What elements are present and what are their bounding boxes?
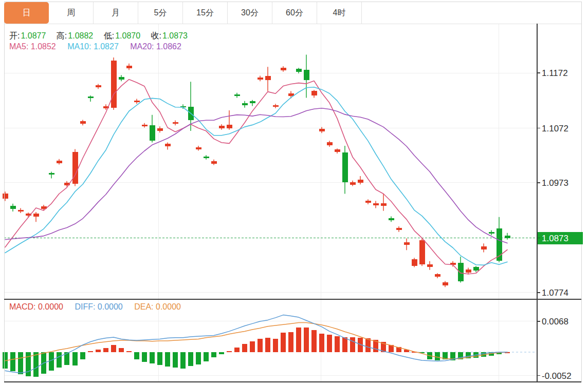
- macd-legend: MACD: 0.0000 DIFF: 0.0000 DEA: 0.0000: [9, 302, 190, 312]
- ohlc-legend: 开:1.0877 高:1.0882 低:1.0870 收:1.0873: [9, 31, 196, 41]
- svg-text:-0.0052: -0.0052: [542, 371, 572, 381]
- interval-tab-日[interactable]: 日: [4, 2, 49, 24]
- kline-chart-widget: 日周月5分15分30分60分4时 1.11721.10721.09731.077…: [0, 0, 588, 385]
- svg-text:1.0973: 1.0973: [542, 178, 568, 188]
- dea-readout: DEA: 0.0000: [134, 302, 181, 311]
- svg-text:1.1172: 1.1172: [542, 68, 568, 78]
- interval-tab-60分[interactable]: 60分: [272, 2, 317, 24]
- close-label: 收:: [151, 31, 161, 40]
- high-label: 高:: [57, 31, 67, 40]
- open-value: 1.0877: [21, 31, 46, 40]
- interval-tab-30分[interactable]: 30分: [228, 2, 272, 24]
- svg-text:1.0873: 1.0873: [542, 234, 568, 243]
- low-label: 低:: [104, 31, 114, 40]
- svg-text:1.0774: 1.0774: [542, 288, 568, 298]
- open-label: 开:: [9, 31, 20, 40]
- interval-tabs: 日周月5分15分30分60分4时: [4, 2, 362, 24]
- ma10-readout: MA10: 1.0827: [67, 42, 119, 51]
- ma-legend: MA5: 1.0852 MA10: 1.0827 MA20: 1.0862: [9, 42, 191, 51]
- interval-tab-月[interactable]: 月: [94, 2, 138, 24]
- interval-tab-周[interactable]: 周: [49, 2, 94, 24]
- macd-readout: MACD: 0.0000: [9, 302, 63, 311]
- interval-tab-5分[interactable]: 5分: [138, 2, 183, 24]
- ma5-readout: MA5: 1.0852: [9, 42, 56, 51]
- svg-text:0.0068: 0.0068: [542, 317, 568, 326]
- interval-tab-4时[interactable]: 4时: [317, 2, 362, 24]
- svg-text:1.1072: 1.1072: [542, 124, 568, 133]
- candlestick-macd-chart: 1.11721.10721.09731.07740.0068-0.00521.0…: [0, 0, 588, 385]
- close-value: 1.0873: [162, 31, 188, 40]
- ma20-readout: MA20: 1.0862: [130, 42, 181, 51]
- high-value: 1.0882: [68, 31, 93, 40]
- interval-tab-15分[interactable]: 15分: [183, 2, 228, 24]
- diff-readout: DIFF: 0.0000: [75, 302, 122, 311]
- low-value: 1.0870: [115, 31, 140, 40]
